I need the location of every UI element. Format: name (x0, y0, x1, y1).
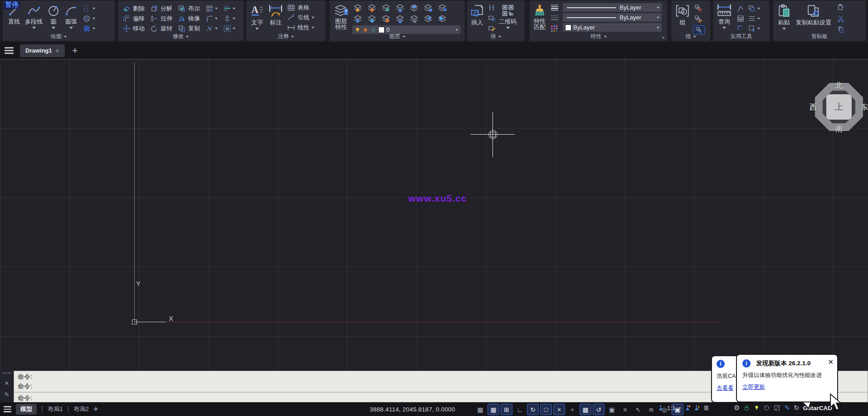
polyline-tool-button[interactable]: 多段线 (25, 0, 43, 31)
linetype-dropdown[interactable]: ByLayer (563, 13, 662, 22)
tab-layout2[interactable]: 布局2 (74, 405, 89, 413)
array-dropdown-caret[interactable] (215, 8, 218, 11)
block-attr-button[interactable] (487, 4, 496, 14)
boolean-button[interactable]: 布尔 (178, 4, 200, 13)
linear-button[interactable]: 线性 (287, 23, 314, 32)
panel-modify-label[interactable]: 修改 (118, 32, 244, 41)
statusbar-menu-hamburger-icon[interactable] (4, 406, 11, 412)
arc-dropdown-caret[interactable] (69, 27, 73, 31)
compass-east-label[interactable]: 东 (861, 103, 868, 112)
polyline-dropdown-caret[interactable] (32, 27, 36, 31)
grid-display-toggle-icon[interactable]: ▦ (488, 404, 499, 415)
cut-button[interactable] (836, 15, 846, 24)
tab-layout1[interactable]: 布局1 (48, 405, 63, 413)
annotation-scale-value[interactable]: 1:1 (667, 405, 675, 411)
drawing-canvas[interactable]: Y X www.xu5.cc 上 北 南 西 东 (0, 59, 868, 371)
mirror-button[interactable]: 镜像 (178, 14, 200, 23)
point-dropdown-caret[interactable] (93, 8, 95, 11)
dimension-tool-button[interactable]: 标注 (268, 0, 283, 26)
layer-dropdown-caret[interactable] (455, 29, 458, 32)
block-edit-button[interactable] (487, 14, 496, 24)
circle-dropdown-caret[interactable] (52, 27, 55, 31)
lengthen-button[interactable] (223, 14, 235, 23)
qrcode-dropdown-caret[interactable] (506, 27, 510, 31)
drawn-vertical-line[interactable] (134, 63, 135, 322)
annotation-visibility-icon[interactable] (684, 404, 691, 411)
properties-dialog-launcher-icon[interactable]: ↘ (661, 34, 665, 40)
row-tools-caret[interactable] (757, 18, 760, 21)
circle-tool-button[interactable]: 圆 (47, 0, 60, 31)
area-button[interactable] (736, 24, 745, 33)
inquiry-dropdown-caret[interactable] (722, 27, 726, 31)
quick-calc-button[interactable] (736, 14, 745, 23)
layer-isolate-icon[interactable] (395, 3, 405, 13)
text-tool-button[interactable]: A 文字 (250, 0, 264, 32)
copy-nested-button[interactable] (748, 4, 760, 13)
rotate-button[interactable]: 旋转 (150, 24, 172, 33)
command-edit-icon[interactable]: ✎ (5, 391, 10, 398)
point-tool-button[interactable] (82, 4, 95, 13)
donut-dropdown-caret[interactable] (93, 18, 95, 21)
lineweight-list-icon[interactable] (550, 4, 560, 13)
ungroup-button[interactable] (693, 4, 705, 14)
group-edit-button[interactable] (693, 15, 705, 24)
annotation-scale-caret[interactable] (678, 407, 681, 411)
lineweight-display-toggle-icon[interactable]: ≡ (619, 404, 631, 415)
view-cube[interactable]: 上 北 南 西 东 (815, 83, 863, 131)
table-button[interactable]: 表格 (287, 3, 314, 12)
command-close-icon[interactable]: × (5, 380, 9, 387)
panel-block-label[interactable]: 块 (467, 32, 525, 41)
layer-off-icon[interactable] (352, 14, 363, 24)
explode-button[interactable]: 分解 (150, 4, 172, 13)
notification-update-link[interactable]: 立即更新 (742, 383, 765, 391)
panel-clipboard-label[interactable]: 剪贴板 (773, 32, 866, 41)
select-tools-caret[interactable] (757, 28, 760, 31)
panel-utilities-label[interactable]: 实用工具 (713, 32, 770, 41)
linetype-caret[interactable] (657, 17, 659, 20)
lineweight-dropdown[interactable]: ByLayer (563, 3, 662, 12)
layer-thaw-icon[interactable] (366, 3, 377, 13)
performance-gauge-icon[interactable] (763, 404, 770, 411)
trim-dropdown-caret[interactable] (215, 28, 218, 31)
compass-west-label[interactable]: 西 (809, 103, 817, 112)
leader-dropdown-caret[interactable] (312, 17, 314, 20)
object-snap-toggle-icon[interactable]: □ (540, 404, 552, 415)
scale-button[interactable] (223, 24, 235, 33)
back-notification-link[interactable]: 去看看 (717, 384, 734, 392)
annotation-scale-icon[interactable] (658, 404, 664, 411)
compass-north-label[interactable]: 北 (835, 81, 843, 91)
panel-annotate-label[interactable]: 注释 (246, 32, 326, 41)
linetype-list-icon[interactable] (550, 14, 560, 23)
linear-dropdown-caret[interactable] (312, 27, 314, 30)
lengthen-dropdown-caret[interactable] (233, 18, 235, 21)
status-list-icon[interactable]: ≣ (703, 404, 709, 412)
panel-draw-label[interactable]: 绘图 (3, 32, 115, 41)
hardware-accel-bulb-icon[interactable] (754, 404, 760, 411)
ortho-toggle-icon[interactable]: ∟ (514, 404, 526, 415)
x-axis-construction-line[interactable] (136, 322, 719, 322)
object-snap-tracking-toggle-icon[interactable]: × (553, 404, 565, 415)
move-button[interactable]: 移动 (122, 24, 145, 33)
notification-close-icon[interactable]: ✕ (828, 358, 834, 365)
layer-properties-button[interactable]: 图层特性 (333, 0, 349, 30)
qrcode-button[interactable]: 二维码 (499, 0, 517, 31)
3d-object-snap-toggle-icon[interactable]: ▩ (580, 404, 591, 415)
layer-settings-icon[interactable] (437, 3, 448, 13)
dynamic-ucs-toggle-icon[interactable]: ↺ (593, 404, 605, 415)
command-drag-grip[interactable] (3, 372, 10, 376)
layer-on-icon[interactable] (352, 3, 363, 13)
match-properties-button[interactable]: 特性匹配 (533, 0, 546, 30)
stretch-button[interactable]: 拉伸 (150, 14, 172, 23)
paste-dropdown-caret[interactable] (782, 28, 786, 32)
isodraft-toggle-icon[interactable]: ≋ (645, 404, 657, 415)
layer-unlock-icon[interactable] (380, 3, 391, 13)
color-dropdown[interactable]: ByLayer (563, 23, 662, 32)
hatch-tool-button[interactable] (82, 24, 95, 33)
panel-layer-label[interactable]: 图层 (330, 32, 465, 41)
quick-edit-pencil-icon[interactable]: ✎ (784, 404, 790, 412)
align-dropdown-caret[interactable] (233, 8, 235, 11)
polar-tracking-toggle-icon[interactable]: ↻ (527, 404, 539, 415)
lock-ui-icon[interactable] (743, 404, 750, 411)
grid-snap-toggle-icon[interactable]: ▦ (474, 404, 486, 415)
hatch-dropdown-caret[interactable] (93, 28, 95, 31)
